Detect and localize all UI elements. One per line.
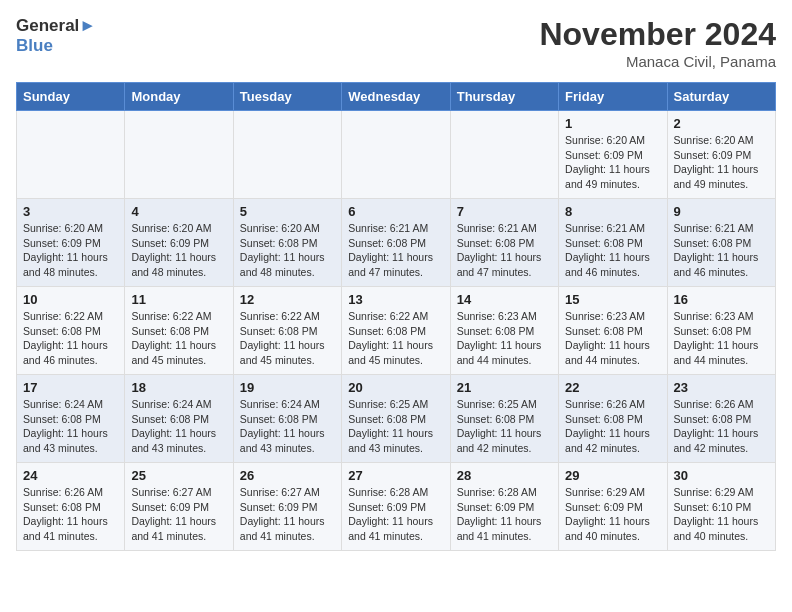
day-number: 5 [240, 204, 335, 219]
calendar-cell: 30Sunrise: 6:29 AMSunset: 6:10 PMDayligh… [667, 463, 775, 551]
logo-blue: Blue [16, 36, 53, 55]
day-info: Sunrise: 6:27 AMSunset: 6:09 PMDaylight:… [131, 485, 226, 544]
logo-general: General [16, 16, 79, 35]
day-info: Sunrise: 6:20 AMSunset: 6:09 PMDaylight:… [674, 133, 769, 192]
calendar-cell: 27Sunrise: 6:28 AMSunset: 6:09 PMDayligh… [342, 463, 450, 551]
calendar-cell [450, 111, 558, 199]
day-info: Sunrise: 6:29 AMSunset: 6:10 PMDaylight:… [674, 485, 769, 544]
weekday-header-sunday: Sunday [17, 83, 125, 111]
day-info: Sunrise: 6:21 AMSunset: 6:08 PMDaylight:… [565, 221, 660, 280]
calendar-cell: 13Sunrise: 6:22 AMSunset: 6:08 PMDayligh… [342, 287, 450, 375]
day-number: 6 [348, 204, 443, 219]
day-number: 1 [565, 116, 660, 131]
day-number: 16 [674, 292, 769, 307]
weekday-header-wednesday: Wednesday [342, 83, 450, 111]
calendar-table: SundayMondayTuesdayWednesdayThursdayFrid… [16, 82, 776, 551]
day-info: Sunrise: 6:22 AMSunset: 6:08 PMDaylight:… [131, 309, 226, 368]
calendar-cell: 12Sunrise: 6:22 AMSunset: 6:08 PMDayligh… [233, 287, 341, 375]
day-number: 14 [457, 292, 552, 307]
day-number: 24 [23, 468, 118, 483]
calendar-cell: 2Sunrise: 6:20 AMSunset: 6:09 PMDaylight… [667, 111, 775, 199]
day-info: Sunrise: 6:24 AMSunset: 6:08 PMDaylight:… [131, 397, 226, 456]
calendar-cell: 3Sunrise: 6:20 AMSunset: 6:09 PMDaylight… [17, 199, 125, 287]
day-info: Sunrise: 6:20 AMSunset: 6:09 PMDaylight:… [23, 221, 118, 280]
calendar-week-row: 17Sunrise: 6:24 AMSunset: 6:08 PMDayligh… [17, 375, 776, 463]
day-info: Sunrise: 6:22 AMSunset: 6:08 PMDaylight:… [23, 309, 118, 368]
day-number: 20 [348, 380, 443, 395]
weekday-header-saturday: Saturday [667, 83, 775, 111]
day-info: Sunrise: 6:23 AMSunset: 6:08 PMDaylight:… [674, 309, 769, 368]
weekday-header-row: SundayMondayTuesdayWednesdayThursdayFrid… [17, 83, 776, 111]
calendar-cell: 11Sunrise: 6:22 AMSunset: 6:08 PMDayligh… [125, 287, 233, 375]
calendar-cell: 9Sunrise: 6:21 AMSunset: 6:08 PMDaylight… [667, 199, 775, 287]
calendar-cell: 20Sunrise: 6:25 AMSunset: 6:08 PMDayligh… [342, 375, 450, 463]
calendar-cell: 26Sunrise: 6:27 AMSunset: 6:09 PMDayligh… [233, 463, 341, 551]
day-number: 28 [457, 468, 552, 483]
calendar-cell [233, 111, 341, 199]
location-subtitle: Manaca Civil, Panama [539, 53, 776, 70]
day-number: 4 [131, 204, 226, 219]
month-title: November 2024 [539, 16, 776, 53]
calendar-cell [125, 111, 233, 199]
day-info: Sunrise: 6:20 AMSunset: 6:09 PMDaylight:… [565, 133, 660, 192]
day-info: Sunrise: 6:21 AMSunset: 6:08 PMDaylight:… [348, 221, 443, 280]
day-number: 18 [131, 380, 226, 395]
day-number: 8 [565, 204, 660, 219]
day-info: Sunrise: 6:28 AMSunset: 6:09 PMDaylight:… [457, 485, 552, 544]
day-number: 7 [457, 204, 552, 219]
calendar-cell: 15Sunrise: 6:23 AMSunset: 6:08 PMDayligh… [559, 287, 667, 375]
day-info: Sunrise: 6:26 AMSunset: 6:08 PMDaylight:… [23, 485, 118, 544]
logo-icon-arrow: ► [79, 16, 96, 35]
calendar-cell: 1Sunrise: 6:20 AMSunset: 6:09 PMDaylight… [559, 111, 667, 199]
calendar-cell: 4Sunrise: 6:20 AMSunset: 6:09 PMDaylight… [125, 199, 233, 287]
calendar-cell: 25Sunrise: 6:27 AMSunset: 6:09 PMDayligh… [125, 463, 233, 551]
day-info: Sunrise: 6:22 AMSunset: 6:08 PMDaylight:… [348, 309, 443, 368]
day-info: Sunrise: 6:20 AMSunset: 6:08 PMDaylight:… [240, 221, 335, 280]
weekday-header-friday: Friday [559, 83, 667, 111]
page-header: General► Blue November 2024 Manaca Civil… [16, 16, 776, 70]
calendar-cell: 14Sunrise: 6:23 AMSunset: 6:08 PMDayligh… [450, 287, 558, 375]
day-info: Sunrise: 6:29 AMSunset: 6:09 PMDaylight:… [565, 485, 660, 544]
weekday-header-thursday: Thursday [450, 83, 558, 111]
day-info: Sunrise: 6:22 AMSunset: 6:08 PMDaylight:… [240, 309, 335, 368]
calendar-cell [342, 111, 450, 199]
calendar-week-row: 1Sunrise: 6:20 AMSunset: 6:09 PMDaylight… [17, 111, 776, 199]
calendar-cell: 29Sunrise: 6:29 AMSunset: 6:09 PMDayligh… [559, 463, 667, 551]
day-info: Sunrise: 6:21 AMSunset: 6:08 PMDaylight:… [674, 221, 769, 280]
calendar-week-row: 3Sunrise: 6:20 AMSunset: 6:09 PMDaylight… [17, 199, 776, 287]
title-block: November 2024 Manaca Civil, Panama [539, 16, 776, 70]
day-number: 17 [23, 380, 118, 395]
calendar-cell: 22Sunrise: 6:26 AMSunset: 6:08 PMDayligh… [559, 375, 667, 463]
day-number: 13 [348, 292, 443, 307]
day-info: Sunrise: 6:25 AMSunset: 6:08 PMDaylight:… [348, 397, 443, 456]
day-number: 25 [131, 468, 226, 483]
day-info: Sunrise: 6:26 AMSunset: 6:08 PMDaylight:… [565, 397, 660, 456]
calendar-week-row: 10Sunrise: 6:22 AMSunset: 6:08 PMDayligh… [17, 287, 776, 375]
day-number: 21 [457, 380, 552, 395]
calendar-cell: 28Sunrise: 6:28 AMSunset: 6:09 PMDayligh… [450, 463, 558, 551]
calendar-cell: 6Sunrise: 6:21 AMSunset: 6:08 PMDaylight… [342, 199, 450, 287]
calendar-cell: 23Sunrise: 6:26 AMSunset: 6:08 PMDayligh… [667, 375, 775, 463]
day-info: Sunrise: 6:20 AMSunset: 6:09 PMDaylight:… [131, 221, 226, 280]
day-number: 2 [674, 116, 769, 131]
day-number: 11 [131, 292, 226, 307]
day-info: Sunrise: 6:23 AMSunset: 6:08 PMDaylight:… [457, 309, 552, 368]
calendar-cell: 5Sunrise: 6:20 AMSunset: 6:08 PMDaylight… [233, 199, 341, 287]
day-info: Sunrise: 6:24 AMSunset: 6:08 PMDaylight:… [240, 397, 335, 456]
logo: General► Blue [16, 16, 96, 55]
calendar-cell: 7Sunrise: 6:21 AMSunset: 6:08 PMDaylight… [450, 199, 558, 287]
calendar-cell: 21Sunrise: 6:25 AMSunset: 6:08 PMDayligh… [450, 375, 558, 463]
calendar-cell: 18Sunrise: 6:24 AMSunset: 6:08 PMDayligh… [125, 375, 233, 463]
calendar-cell: 17Sunrise: 6:24 AMSunset: 6:08 PMDayligh… [17, 375, 125, 463]
calendar-week-row: 24Sunrise: 6:26 AMSunset: 6:08 PMDayligh… [17, 463, 776, 551]
day-info: Sunrise: 6:27 AMSunset: 6:09 PMDaylight:… [240, 485, 335, 544]
day-number: 26 [240, 468, 335, 483]
day-info: Sunrise: 6:28 AMSunset: 6:09 PMDaylight:… [348, 485, 443, 544]
calendar-cell: 8Sunrise: 6:21 AMSunset: 6:08 PMDaylight… [559, 199, 667, 287]
day-number: 29 [565, 468, 660, 483]
weekday-header-tuesday: Tuesday [233, 83, 341, 111]
day-number: 19 [240, 380, 335, 395]
day-info: Sunrise: 6:25 AMSunset: 6:08 PMDaylight:… [457, 397, 552, 456]
calendar-cell: 19Sunrise: 6:24 AMSunset: 6:08 PMDayligh… [233, 375, 341, 463]
day-info: Sunrise: 6:21 AMSunset: 6:08 PMDaylight:… [457, 221, 552, 280]
